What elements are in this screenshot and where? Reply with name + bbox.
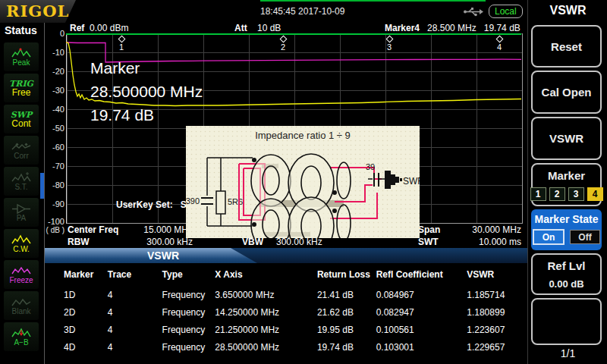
cell-vswr: 1.229657 [467,342,527,355]
cell-marker: 2D [45,307,108,320]
swt-label: SWT [418,237,439,247]
span-readout: Span [418,224,440,235]
col-header-return-loss: Return Loss [317,269,376,282]
port-label: SWR [403,176,420,187]
status-item-label: Cont [11,120,30,127]
cell-type: Frequency [162,290,215,303]
reset-button[interactable]: Reset [531,25,602,67]
cell-return-loss: 19.95 dB [317,325,376,337]
status-item-ab: A−B [4,322,39,351]
cap-left-label: 390 [186,196,200,206]
span-value: 30.000 MHz [454,224,521,235]
cell-vswr: 1.185714 [467,290,527,303]
usb-icon [463,7,484,17]
cell-trace: 4 [108,342,162,355]
status-item-label: Free [12,89,31,96]
marker-state-on[interactable]: On [533,229,565,245]
swt-value: 10.000 ms [454,237,521,247]
ref-label: Ref [70,23,84,33]
marker1-number: 1 [119,42,124,52]
y-tick: -30 [45,86,64,95]
inset-circuit-diagram: Impedance ratio 1 ÷ 9 390 5R6 [186,126,420,238]
y-tick: -80 [45,180,64,190]
marker-3-box[interactable]: 3 [568,187,584,201]
col-header-trace: Trace [108,269,162,282]
status-item-label: Peak [13,59,30,67]
y-axis-unit: ( dB ) [45,226,64,234]
cell-refl-coeff: 0.082947 [376,307,467,320]
vswr-label: VSWR [549,132,583,145]
marker-number-row: 1 2 3 4 [530,187,603,201]
cell-marker: 1D [45,290,108,303]
marker-readout-freq: 28.500 MHz [427,23,476,33]
vbw-readout: VBW [242,237,263,247]
cw-waveform-icon [11,234,31,246]
userkey-message: UserKey Set: S [116,199,187,210]
cell-type: Frequency [162,307,215,320]
table-row: 4D 4 Frequency 28.500000 MHz 19.74 dB 0.… [45,342,527,355]
ref-readout: Ref 0.00 dBm [70,23,128,33]
blank-softkey[interactable] [531,298,602,345]
y-tick: -50 [45,124,64,133]
status-item-swp: SWP Cont [4,105,39,133]
cell-vswr: 1.223607 [467,325,527,337]
top-green-line [260,0,486,2]
cell-type: Frequency [162,325,215,337]
menu-title: VSWR [528,4,607,17]
ref-lvl-label: Ref Lvl [547,259,585,272]
y-tick: -90 [45,199,64,209]
inset-title: Impedance ratio 1 ÷ 9 [255,130,351,141]
table-header-row: Marker Trace Type X Axis Return Loss Ref… [45,269,527,282]
blank-waveform-icon [11,297,31,308]
status-item-freeze: Freeze [4,260,39,289]
status-sidebar: Status Peak TRIG Free SWP Cont Corr [0,23,45,364]
table-row: 2D 4 Frequency 14.250000 MHz 21.62 dB 0.… [45,307,527,320]
cell-return-loss: 21.41 dB [317,290,376,303]
marker-state-off[interactable]: Off [570,230,600,244]
status-item-trig: TRIG Free [4,74,39,102]
cell-marker: 4D [45,342,108,355]
status-title: Status [5,24,37,36]
status-item-label: Corr [14,152,28,160]
cell-xaxis: 3.650000 MHz [215,290,317,303]
rigol-logo: RIGOL [6,2,69,20]
vbw-value: 300.00 kHz [276,237,322,247]
st-waveform-icon [11,172,31,184]
y-tick: -40 [45,105,64,114]
y-tick: -70 [45,162,64,171]
cell-trace: 4 [108,307,162,320]
marker-readout-level: 19.74 dB [484,23,521,33]
y-tick: -10 [45,48,64,57]
cell-xaxis: 21.250000 MHz [215,325,317,337]
status-item-label: PA [17,215,27,222]
status-item-label: Blank [11,308,30,315]
center-freq-readout: Center Freq [68,224,118,235]
marker-state-label: Marker State [534,213,598,225]
marker-readout: Marker4 28.500 MHz 19.74 dB [385,23,521,33]
marker-state-button[interactable]: Marker State On Off [531,209,602,250]
span-label: Span [418,224,440,235]
vbw-label: VBW [242,237,263,247]
on-off-row: On Off [533,229,600,245]
col-header-marker: Marker [45,269,108,282]
marker-readout-label: Marker4 [385,23,420,33]
local-mode-badge: Local [489,5,523,18]
swt-readout: SWT [418,237,439,247]
pa-amplifier-icon [11,203,31,215]
col-header-xaxis: X Axis [215,269,317,282]
marker-4-box[interactable]: 4 [587,187,603,201]
main-display: Ref 0.00 dBm Att 10 dB Marker4 28.500 MH… [45,23,527,364]
marker3-number: 3 [387,42,392,52]
sidebar-scroll-indicator [40,173,44,199]
softkey-sidebar: VSWR Reset Cal Open VSWR Marker 1 2 3 4 … [527,0,607,364]
marker-select-button[interactable]: Marker 1 2 3 4 [531,163,602,206]
marker-2-box[interactable]: 2 [549,187,565,201]
marker-1-box[interactable]: 1 [530,187,546,201]
vswr-button[interactable]: VSWR [531,117,602,160]
ref-lvl-button[interactable]: Ref Lvl 0.00 dB [531,253,602,295]
cal-open-button[interactable]: Cal Open [531,71,602,114]
function-tab-title: VSWR [147,249,179,262]
res-left-label: 5R6 [228,197,243,206]
status-item-st: S.T. [4,167,39,196]
cell-refl-coeff: 0.100561 [376,325,467,337]
